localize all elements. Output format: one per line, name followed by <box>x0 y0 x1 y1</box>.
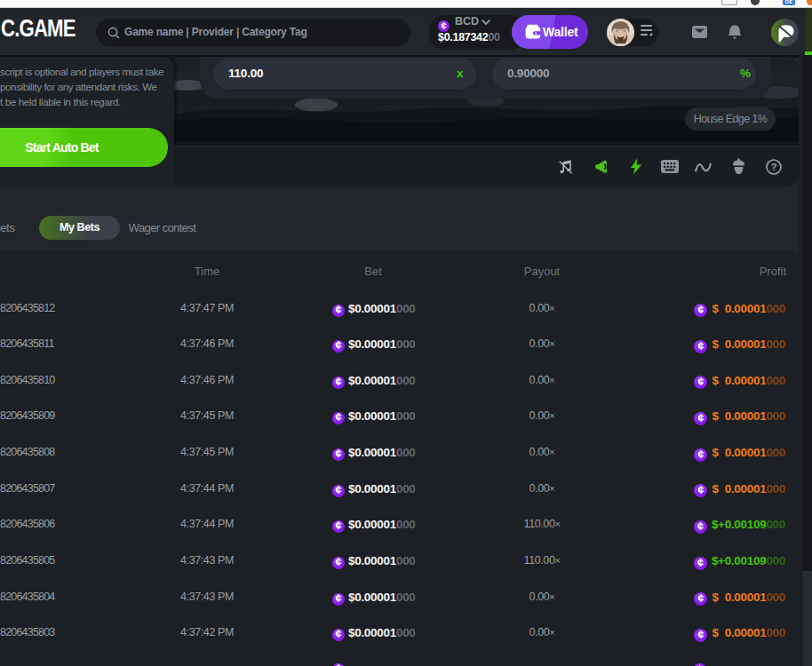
svg-text:?: ? <box>771 162 777 172</box>
